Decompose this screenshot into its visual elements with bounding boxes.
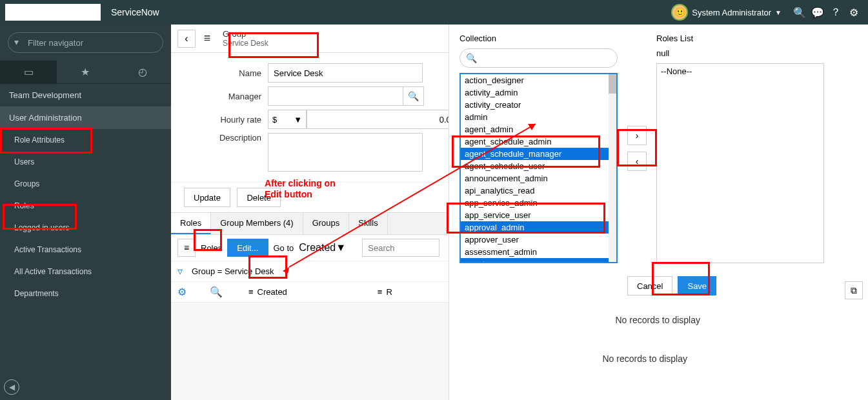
main-pane: ‹ ≡ Group Service Desk ↑ ↓ Name Manager … <box>171 25 868 400</box>
sidebar-item-logged-in-users[interactable]: Logged in users <box>0 217 171 239</box>
sidebar-item-roles[interactable]: Roles <box>0 195 171 217</box>
funnel-icon: ▾ <box>14 37 19 47</box>
gear-icon[interactable]: ⚙ <box>845 6 863 19</box>
sidebar-tabs: ▭ ★ ◴ <box>0 61 171 84</box>
search-icon[interactable]: 🔍 <box>791 6 809 19</box>
chat-icon[interactable]: 💬 <box>809 6 827 19</box>
sidebar-item-users[interactable]: Users <box>0 151 171 173</box>
manager-label: Manager <box>184 92 268 101</box>
collection-item[interactable]: app_service_user <box>461 209 616 221</box>
sidebar-tab-all-icon[interactable]: ▭ <box>0 61 57 83</box>
help-icon[interactable]: ？ <box>827 6 845 19</box>
record-type-label: Group <box>223 29 268 39</box>
lookup-icon[interactable]: 🔍 <box>403 86 424 106</box>
logo-placeholder <box>5 4 101 21</box>
sidebar-item-team-development[interactable]: Team Development <box>0 84 171 106</box>
none-option[interactable]: --None-- <box>661 66 820 76</box>
no-records-1: No records to display <box>615 315 700 325</box>
goto-field-select[interactable]: Created▼ <box>299 242 357 254</box>
roles-list-label: Roles List <box>656 34 824 43</box>
collection-search-input[interactable] <box>459 48 618 68</box>
search-icon: 🔍 <box>466 53 477 63</box>
sidebar-tab-history-icon[interactable]: ◴ <box>114 61 171 83</box>
collection-item[interactable]: agent_admin <box>461 123 616 135</box>
hourly-rate-label: Hourly rate <box>184 115 268 125</box>
sidebar-item-user-administration[interactable]: User Administration <box>0 106 171 129</box>
list-title-label: Roles <box>201 243 222 253</box>
col-r[interactable]: R <box>386 287 392 297</box>
roles-listbox[interactable]: --None-- <box>656 63 824 263</box>
tab-skills[interactable]: Skills <box>349 213 387 234</box>
sidebar-item-all-active-transactions[interactable]: All Active Transactions <box>0 261 171 283</box>
username-label: System Administrator <box>692 8 771 17</box>
collection-item[interactable]: asset <box>461 258 616 263</box>
goto-label: Go to <box>274 243 294 253</box>
expand-icon[interactable]: ⧉ <box>845 281 863 299</box>
col-created[interactable]: Created <box>257 287 287 297</box>
tab-roles[interactable]: Roles <box>171 213 211 234</box>
record-name-label: Service Desk <box>223 39 268 48</box>
list-gear-icon[interactable]: ⚙ <box>177 286 210 298</box>
collection-item[interactable]: agent_schedule_admin <box>461 135 616 148</box>
collection-item[interactable]: agent_schedule_manager <box>461 148 616 160</box>
brand-name: ServiceNow <box>111 7 159 17</box>
filter-navigator-input[interactable] <box>8 32 163 53</box>
sidebar-item-departments[interactable]: Departments <box>0 283 171 305</box>
name-input[interactable] <box>268 63 423 83</box>
avatar[interactable]: 🙂 <box>671 4 688 21</box>
sort-icon[interactable]: ≡ <box>248 287 254 297</box>
edit-button[interactable]: Edit... <box>227 239 268 257</box>
cancel-button[interactable]: Cancel <box>627 276 672 295</box>
collection-item[interactable]: app_service_admin <box>461 197 616 209</box>
collection-listbox[interactable]: action_designeractivity_adminactivity_cr… <box>459 73 618 263</box>
collection-item[interactable]: admin <box>461 111 616 123</box>
sidebar-nav-list: Team DevelopmentUser AdministrationRole … <box>0 84 171 400</box>
sidebar-tab-favorites-icon[interactable]: ★ <box>57 61 114 83</box>
sidebar: ▾ ▭ ★ ◴ Team DevelopmentUser Administrat… <box>0 25 171 400</box>
chevron-down-icon[interactable]: ▼ <box>775 9 782 16</box>
collection-item[interactable]: approval_admin <box>461 221 616 234</box>
slushbucket-panel: Collection 🔍 action_designeractivity_adm… <box>449 25 868 400</box>
collection-item[interactable]: agent_schedule_user <box>461 160 616 172</box>
currency-select[interactable]: $▼ <box>268 110 307 129</box>
sort-icon-2[interactable]: ≡ <box>378 287 383 297</box>
hamburger-icon[interactable]: ≡ <box>198 32 216 45</box>
collection-item[interactable]: activity_creator <box>461 99 616 111</box>
no-records-2: No records to display <box>602 354 687 364</box>
hourly-rate-input[interactable] <box>307 110 461 129</box>
update-button[interactable]: Update <box>184 188 230 207</box>
collection-item[interactable]: announcement_admin <box>461 172 616 185</box>
list-search-icon[interactable]: 🔍 <box>210 286 242 298</box>
sidebar-item-active-transactions[interactable]: Active Transactions <box>0 239 171 261</box>
list-menu-icon[interactable]: ≡ <box>177 239 196 257</box>
sidebar-item-role-attributes[interactable]: Role Attributes <box>0 129 171 151</box>
roles-list-value: null <box>656 48 824 58</box>
description-label: Description <box>184 133 268 143</box>
collection-item[interactable]: api_analytics_read <box>461 185 616 197</box>
add-button[interactable]: › <box>627 126 647 145</box>
scroll-left-icon[interactable]: ◀ <box>4 379 19 395</box>
collection-item[interactable]: action_designer <box>461 74 616 86</box>
collection-item[interactable]: approver_user <box>461 234 616 246</box>
back-button[interactable]: ‹ <box>177 30 196 48</box>
filter-funnel-icon[interactable]: ▿ <box>177 265 183 277</box>
tab-group-members-4-[interactable]: Group Members (4) <box>211 213 303 234</box>
filter-breadcrumb[interactable]: Group = Service Desk <box>192 266 274 276</box>
manager-input[interactable] <box>268 86 403 106</box>
sidebar-item-groups[interactable]: Groups <box>0 173 171 195</box>
save-button[interactable]: Save <box>678 276 716 295</box>
name-label: Name <box>184 68 268 78</box>
tab-groups[interactable]: Groups <box>303 213 350 234</box>
list-search-input[interactable] <box>362 239 439 257</box>
collection-label: Collection <box>459 34 618 43</box>
delete-button[interactable]: Delete <box>237 188 281 207</box>
remove-button[interactable]: ‹ <box>627 152 647 171</box>
description-input[interactable] <box>268 133 423 172</box>
collection-item[interactable]: assessment_admin <box>461 246 616 258</box>
collection-item[interactable]: activity_admin <box>461 86 616 99</box>
topbar: ServiceNow 🙂 System Administrator ▼ 🔍 💬 … <box>0 0 868 25</box>
